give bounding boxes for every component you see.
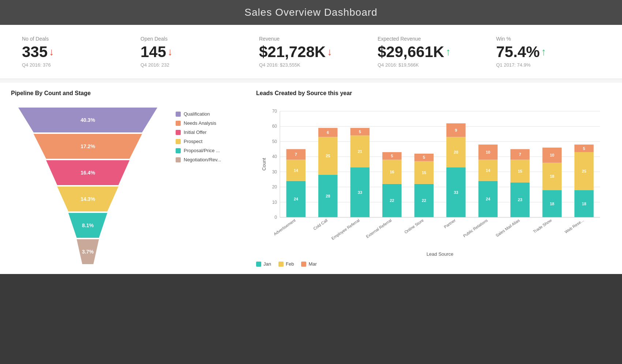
svg-text:Online Store: Online Store xyxy=(404,218,424,234)
chart-area: 010203040506070Count24147Advertisement28… xyxy=(256,104,611,258)
svg-text:15: 15 xyxy=(422,170,426,175)
legend-swatch xyxy=(176,112,181,117)
chart-legend-item: Feb xyxy=(278,261,294,267)
svg-text:24: 24 xyxy=(486,197,491,201)
legend-label: Initial Offer xyxy=(184,130,207,135)
kpi-value: $21,728K↓ xyxy=(259,43,363,61)
legend-swatch xyxy=(176,130,181,135)
svg-text:9: 9 xyxy=(455,128,457,132)
page-header: Sales Overview Dashboard xyxy=(0,0,622,25)
arrow-up-icon: ↑ xyxy=(541,46,546,58)
svg-text:23: 23 xyxy=(518,198,522,202)
legend-swatch xyxy=(176,121,181,126)
legend-swatch xyxy=(176,148,181,153)
kpi-item: Revenue $21,728K↓ Q4 2016: $23,555K xyxy=(252,32,370,71)
chart-legend-item: Jan xyxy=(256,261,271,267)
svg-text:24: 24 xyxy=(294,197,299,201)
arrow-down-icon: ↓ xyxy=(168,46,173,58)
kpi-value: 335↓ xyxy=(22,43,126,61)
svg-text:50: 50 xyxy=(272,139,277,144)
svg-text:Lead Source: Lead Source xyxy=(427,251,454,257)
svg-text:0: 0 xyxy=(274,215,277,220)
svg-text:14: 14 xyxy=(486,168,491,173)
svg-text:18: 18 xyxy=(550,202,554,206)
kpi-prev: Q4 2016: 376 xyxy=(22,62,126,68)
leads-title: Leads Created by Source this year xyxy=(256,90,611,97)
svg-text:External Referral: External Referral xyxy=(365,218,393,239)
kpi-value: $29,661K↑ xyxy=(378,43,482,61)
legend-item: Negotiation/Rev... xyxy=(176,157,221,162)
chart-legend-label: Jan xyxy=(263,261,271,267)
svg-text:70: 70 xyxy=(272,109,277,114)
legend-item: Proposal/Price ... xyxy=(176,148,221,153)
svg-text:28: 28 xyxy=(326,194,330,198)
funnel-segment: 40.3% xyxy=(18,108,157,132)
svg-text:Sales Mail Alias: Sales Mail Alias xyxy=(495,218,520,238)
chart-legend-label: Feb xyxy=(286,261,294,267)
kpi-item: Win % 75.4%↑ Q1 2017: 74.9% xyxy=(489,32,607,71)
funnel-container: 40.3%17.2%16.4%14.3%8.1%3.7% xyxy=(11,104,165,265)
kpi-label: Revenue xyxy=(259,36,363,42)
svg-text:Employee Referral: Employee Referral xyxy=(330,218,360,241)
kpi-label: Expected Revenue xyxy=(378,36,482,42)
svg-text:5: 5 xyxy=(391,154,393,158)
svg-text:Count: Count xyxy=(261,158,267,170)
funnel-segment: 3.7% xyxy=(18,239,157,264)
arrow-down-icon: ↓ xyxy=(327,46,332,58)
funnel-segment: 8.1% xyxy=(18,213,157,238)
svg-text:33: 33 xyxy=(358,190,362,195)
kpi-prev: Q4 2016: $23,555K xyxy=(259,62,363,68)
svg-text:5: 5 xyxy=(359,130,361,134)
chart-legend-item: Mar xyxy=(301,261,316,267)
chart-legend-swatch xyxy=(301,262,306,267)
svg-text:10: 10 xyxy=(486,150,490,154)
legend-label: Qualification xyxy=(184,111,210,117)
svg-text:22: 22 xyxy=(422,198,426,203)
arrow-up-icon: ↑ xyxy=(446,46,451,58)
funnel-segment: 17.2% xyxy=(18,134,157,159)
svg-text:Public Relations: Public Relations xyxy=(462,218,488,238)
chart-legend-label: Mar xyxy=(308,261,316,267)
legend-label: Proposal/Price ... xyxy=(184,148,220,153)
legend-item: Qualification xyxy=(176,111,221,117)
svg-text:21: 21 xyxy=(358,149,362,154)
chart-legend: Jan Feb Mar xyxy=(256,261,611,267)
funnel-legend: Qualification Needs Analysis Initial Off… xyxy=(176,104,221,162)
legend-label: Negotiation/Rev... xyxy=(184,157,221,162)
svg-text:25: 25 xyxy=(326,154,330,158)
svg-text:33: 33 xyxy=(454,190,458,195)
svg-text:Advertisement: Advertisement xyxy=(273,218,296,236)
svg-text:Web Rese...: Web Rese... xyxy=(564,218,584,234)
svg-text:10: 10 xyxy=(272,200,277,205)
svg-text:40: 40 xyxy=(272,154,277,159)
pipeline-title: Pipeline By Count and Stage xyxy=(11,90,249,97)
svg-text:18: 18 xyxy=(550,174,554,179)
kpi-value: 145↓ xyxy=(140,43,244,61)
kpi-prev: Q4 2016: $19,566K xyxy=(378,62,482,68)
arrow-down-icon: ↓ xyxy=(49,46,54,58)
svg-text:Trade Show: Trade Show xyxy=(532,218,552,234)
chart-legend-swatch xyxy=(278,262,284,267)
legend-label: Prospect xyxy=(184,139,202,144)
main-content: No of Deals 335↓ Q4 2016: 376 Open Deals… xyxy=(0,25,622,274)
svg-text:22: 22 xyxy=(390,198,394,203)
svg-text:20: 20 xyxy=(454,150,458,154)
svg-text:7: 7 xyxy=(295,152,297,157)
pipeline-content: 40.3%17.2%16.4%14.3%8.1%3.7% Qualificati… xyxy=(11,104,249,265)
kpi-prev: Q1 2017: 74.9% xyxy=(496,62,600,68)
legend-item: Needs Analysis xyxy=(176,120,221,126)
svg-text:25: 25 xyxy=(582,169,586,173)
kpi-prev: Q4 2016: 232 xyxy=(140,62,244,68)
kpi-item: Expected Revenue $29,661K↑ Q4 2016: $19,… xyxy=(370,32,489,71)
legend-label: Needs Analysis xyxy=(184,120,216,126)
funnel-segment: 16.4% xyxy=(18,160,157,185)
svg-text:14: 14 xyxy=(294,168,299,173)
svg-text:6: 6 xyxy=(327,130,329,135)
kpi-value: 75.4%↑ xyxy=(496,43,600,61)
pipeline-section: Pipeline By Count and Stage 40.3%17.2%16… xyxy=(11,90,249,267)
svg-text:7: 7 xyxy=(519,152,521,157)
leads-section: Leads Created by Source this year 010203… xyxy=(256,90,611,267)
svg-text:Partner: Partner xyxy=(443,218,457,229)
kpi-label: Win % xyxy=(496,36,600,42)
legend-swatch xyxy=(176,157,181,162)
